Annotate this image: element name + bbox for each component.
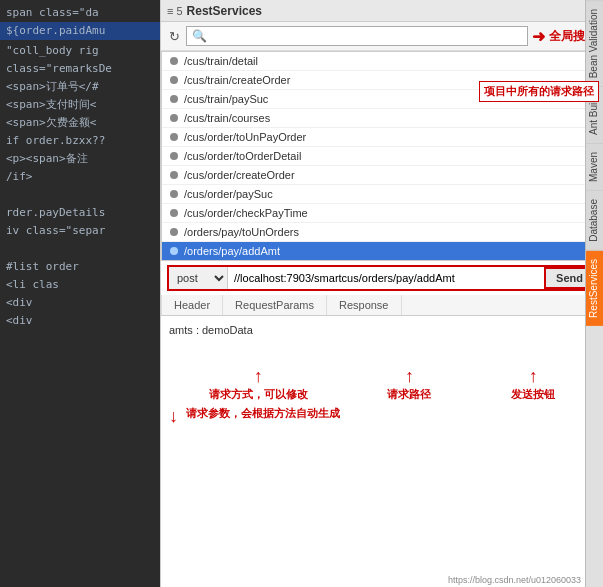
method-annotation-label: 请求方式，可以修改 [209, 387, 308, 402]
url-item-dot [170, 247, 178, 255]
code-line: <div [0, 294, 168, 312]
refresh-button[interactable]: ↻ [167, 27, 182, 46]
search-input-wrap: 🔍 [186, 26, 528, 46]
url-item-dot [170, 133, 178, 141]
url-list-item[interactable]: /cus/order/createOrder [162, 166, 602, 185]
url-list-item[interactable]: /orders/pay/toUnOrders [162, 223, 602, 242]
code-line: <span>支付时间< [0, 96, 168, 114]
url-text-input[interactable] [228, 267, 544, 289]
url-item-path: /cus/train/createOrder [184, 74, 290, 86]
menu-lines: ≡ 5 [167, 5, 183, 17]
sidebar-tab[interactable]: RestServices [586, 250, 603, 326]
params-annotation-label: 请求参数，会根据方法自动生成 [186, 406, 340, 421]
url-item-dot [170, 171, 178, 179]
url-item-dot [170, 152, 178, 160]
sidebar-tab[interactable]: Maven [586, 143, 603, 190]
path-annotation-label: 请求路径 [387, 387, 431, 402]
url-item-path: /cus/train/detail [184, 55, 258, 67]
method-annotation: ↑ 请求方式，可以修改 [209, 366, 308, 402]
rest-panel: ≡ 5 RestServices ⚙ ↻ 🔍 ➜ 全局搜索 /cus/train… [160, 0, 603, 587]
code-panel: span class="da ${order.paidAmu "coll_bod… [0, 0, 168, 587]
url-item-dot [170, 114, 178, 122]
url-list-item[interactable]: /cus/order/toUnPayOrder [162, 128, 602, 147]
send-annotation: ↑ 发送按钮 [511, 366, 555, 402]
url-list-item[interactable]: /cus/train/courses [162, 109, 602, 128]
tab-request-params[interactable]: RequestParams [223, 295, 327, 315]
url-input-section: post get put delete Send [167, 265, 597, 291]
code-line: #list order [0, 258, 168, 276]
code-line: "coll_body rig [0, 42, 168, 60]
code-line [0, 240, 168, 258]
request-path-annotation: 项目中所有的请求路径 [479, 81, 599, 102]
code-line: class="remarksDe [0, 60, 168, 78]
bottom-annotations: ↑ 请求方式，可以修改 ↑ 请求路径 ↑ 发送按钮 ↓ 请求参数，会根据方法自动… [161, 356, 603, 431]
method-arrow-icon: ↑ [254, 366, 263, 387]
code-line: /if> [0, 168, 168, 186]
http-method-select[interactable]: post get put delete [169, 267, 228, 289]
url-item-path: /cus/order/toUnPayOrder [184, 131, 306, 143]
url-item-dot [170, 76, 178, 84]
url-item-dot [170, 190, 178, 198]
code-line: <span>欠费金额< [0, 114, 168, 132]
sidebar-tab[interactable]: Bean Validation [586, 0, 603, 86]
url-input-wrapper: post get put delete Send [161, 265, 603, 291]
params-annotation: ↓ 请求参数，会根据方法自动生成 [161, 402, 603, 431]
url-list-item[interactable]: /cus/order/toOrderDetail [162, 147, 602, 166]
url-item-path: /cus/order/toOrderDetail [184, 150, 301, 162]
url-item-path: /cus/train/paySuc [184, 93, 268, 105]
code-line: <p><span>备注 [0, 150, 168, 168]
url-item-dot [170, 57, 178, 65]
arrows-row: ↑ 请求方式，可以修改 ↑ 请求路径 ↑ 发送按钮 [161, 366, 603, 402]
code-line [0, 186, 168, 204]
tab-header[interactable]: Header [161, 295, 223, 315]
search-bar: ↻ 🔍 ➜ 全局搜索 [161, 22, 603, 51]
param-row: amts : demoData [169, 322, 595, 338]
search-arrow-icon: ➜ [532, 27, 545, 46]
search-input[interactable] [210, 30, 522, 42]
url-item-path: /orders/pay/toUnOrders [184, 226, 299, 238]
code-line: span class="da [0, 4, 168, 22]
watermark: https://blog.csdn.net/u012060033 [448, 575, 581, 585]
params-area: amts : demoData [161, 316, 603, 356]
send-arrow-icon: ↑ [529, 366, 538, 387]
title-bar: ≡ 5 RestServices ⚙ [161, 0, 603, 22]
url-list-item[interactable]: /cus/train/detail [162, 52, 602, 71]
code-line: <div [0, 312, 168, 330]
url-item-path: /cus/order/createOrder [184, 169, 295, 181]
tabs-bar: Header RequestParams Response [161, 295, 603, 316]
url-item-path: /cus/order/checkPayTime [184, 207, 308, 219]
code-line: if order.bzxx?? [0, 132, 168, 150]
sidebar-tab[interactable]: Database [586, 190, 603, 250]
url-list-item[interactable]: /cus/order/paySuc [162, 185, 602, 204]
panel-title: RestServices [187, 4, 262, 18]
url-item-path: /orders/pay/addAmt [184, 245, 280, 257]
search-icon: 🔍 [192, 29, 207, 43]
title-bar-left: ≡ 5 RestServices [167, 4, 262, 18]
url-list-item[interactable]: /orders/pay/addAmt [162, 242, 602, 261]
url-item-dot [170, 209, 178, 217]
code-line: rder.payDetails [0, 204, 168, 222]
code-line: <span>订单号</# [0, 78, 168, 96]
url-item-path: /cus/train/courses [184, 112, 270, 124]
code-line: iv class="separ [0, 222, 168, 240]
url-item-path: /cus/order/paySuc [184, 188, 273, 200]
code-line-highlight: ${order.paidAmu [0, 22, 168, 40]
code-line: <li clas [0, 276, 168, 294]
tab-response[interactable]: Response [327, 295, 402, 315]
send-annotation-label: 发送按钮 [511, 387, 555, 402]
params-arrow-icon: ↓ [169, 406, 178, 427]
url-item-dot [170, 95, 178, 103]
url-item-dot [170, 228, 178, 236]
path-arrow-icon: ↑ [405, 366, 414, 387]
path-annotation: ↑ 请求路径 [387, 366, 431, 402]
url-list-item[interactable]: /cus/order/checkPayTime [162, 204, 602, 223]
